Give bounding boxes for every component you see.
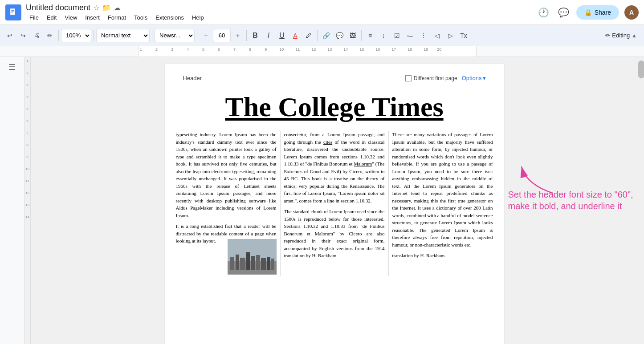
history-icon[interactable]: 🕐 bbox=[536, 5, 551, 20]
menu-insert[interactable]: Insert bbox=[82, 13, 103, 22]
divider-6 bbox=[317, 30, 318, 41]
app-icon bbox=[5, 4, 21, 20]
indent-increase-button[interactable]: ▷ bbox=[444, 28, 457, 43]
divider-4 bbox=[197, 30, 197, 41]
font-select[interactable]: Newsr... Arial Times New Roman bbox=[155, 29, 195, 42]
italic-button[interactable]: I bbox=[262, 28, 275, 43]
col1-p2: It is a long established fact that a rea… bbox=[176, 223, 277, 245]
svg-rect-8 bbox=[230, 257, 234, 270]
options-label: Options bbox=[462, 75, 482, 81]
checklist-button[interactable]: ☑ bbox=[391, 28, 403, 43]
header-zone: Header Different first page Options ▾ bbox=[165, 64, 504, 87]
menu-bar: File Edit View Insert Format Tools Exten… bbox=[26, 13, 536, 22]
svg-rect-16 bbox=[271, 259, 274, 270]
numberedlist-button[interactable]: ⋮ bbox=[417, 28, 430, 43]
menu-edit[interactable]: Edit bbox=[43, 13, 60, 22]
annotation: Set the header font size to "60", make i… bbox=[508, 189, 638, 212]
undo-button[interactable]: ↩ bbox=[4, 28, 16, 43]
svg-rect-15 bbox=[267, 257, 270, 270]
doc-title[interactable]: Untitled document bbox=[26, 3, 90, 12]
print-button[interactable]: 🖨 bbox=[30, 28, 43, 43]
col3-p2: translation by H. Rackham. bbox=[392, 252, 493, 259]
link-button[interactable]: 🔗 bbox=[320, 28, 332, 43]
page-number-ruler: 1234567891011121314 bbox=[24, 57, 31, 344]
divider-3 bbox=[152, 30, 152, 41]
top-right-actions: 🕐 💬 🔒 Share A bbox=[536, 5, 639, 20]
bold-button[interactable]: B bbox=[249, 28, 261, 43]
svg-rect-11 bbox=[246, 252, 250, 270]
annotation-text: Set the header font size to "60", make i… bbox=[508, 189, 638, 212]
image-button[interactable]: 🖼 bbox=[346, 28, 359, 43]
redo-button[interactable]: ↪ bbox=[17, 28, 29, 43]
avatar[interactable]: A bbox=[624, 5, 639, 20]
header-label: Header bbox=[183, 75, 202, 81]
share-label: Share bbox=[595, 9, 611, 16]
col1-p1: typesetting industry. Lorem Ipsum has be… bbox=[176, 131, 277, 219]
pencil-icon: ✏ bbox=[605, 32, 610, 39]
svg-rect-12 bbox=[251, 256, 255, 270]
font-color-button[interactable]: A bbox=[289, 28, 302, 43]
svg-rect-9 bbox=[236, 255, 239, 270]
different-first-checkbox[interactable] bbox=[405, 75, 412, 81]
left-panel: ☰ bbox=[0, 57, 24, 344]
align-button[interactable]: ≡ bbox=[364, 28, 376, 43]
star-icon[interactable]: ☆ bbox=[93, 4, 99, 12]
font-size-increase-button[interactable]: + bbox=[232, 28, 244, 43]
editing-label: Editing bbox=[612, 32, 630, 39]
divider-7 bbox=[361, 30, 362, 41]
divider-1 bbox=[58, 30, 59, 41]
menu-extensions[interactable]: Extensions bbox=[152, 13, 187, 22]
header-bar: Header Different first page Options ▾ bbox=[183, 73, 486, 83]
svg-rect-10 bbox=[240, 258, 245, 270]
right-scrollbar[interactable] bbox=[638, 57, 644, 344]
divider-2 bbox=[94, 30, 94, 41]
svg-rect-13 bbox=[256, 255, 260, 270]
document-area[interactable]: Header Different first page Options ▾ bbox=[31, 57, 638, 344]
different-first-page: Different first page bbox=[405, 75, 457, 81]
comment-button[interactable]: 💬 bbox=[333, 28, 346, 43]
doc-info: Untitled document ☆ 📁 ☁ File Edit View I… bbox=[26, 3, 536, 22]
clear-format-button[interactable]: Tx bbox=[457, 28, 470, 43]
style-select[interactable]: Normal text Heading 1 Title bbox=[96, 29, 150, 42]
underline-button[interactable]: U bbox=[276, 28, 288, 43]
top-bar: Untitled document ☆ 📁 ☁ File Edit View I… bbox=[0, 0, 644, 25]
font-size-decrease-button[interactable]: − bbox=[200, 28, 212, 43]
highlight-button[interactable]: 🖊 bbox=[302, 28, 315, 43]
col2-p1: consectetur, from a Lorem Ipsum passage,… bbox=[284, 131, 385, 204]
chevron-up-icon: ▲ bbox=[632, 32, 637, 39]
cloud-icon[interactable]: ☁ bbox=[114, 4, 121, 12]
document-title[interactable]: The College Times bbox=[165, 87, 504, 131]
share-button[interactable]: 🔒 Share bbox=[576, 5, 619, 20]
menu-file[interactable]: File bbox=[26, 13, 42, 22]
lock-icon: 🔒 bbox=[584, 9, 592, 16]
column-3[interactable]: There are many variations of passages of… bbox=[389, 131, 497, 276]
menu-view[interactable]: View bbox=[61, 13, 81, 22]
options-link[interactable]: Options ▾ bbox=[462, 75, 486, 81]
paintformat-button[interactable]: ✏ bbox=[44, 28, 56, 43]
options-arrow: ▾ bbox=[483, 75, 486, 81]
col3-p1: There are many variations of passages of… bbox=[392, 131, 493, 248]
menu-tools[interactable]: Tools bbox=[130, 13, 151, 22]
col2-p2: The standard chunk of Lorem Ipsum used s… bbox=[284, 208, 385, 259]
editing-mode-button[interactable]: ✏ Editing ▲ bbox=[602, 30, 640, 40]
bullets-button[interactable]: ≔ bbox=[404, 28, 416, 43]
column-2[interactable]: consectetur, from a Lorem Ipsum passage,… bbox=[281, 131, 389, 276]
ruler-numbers: 1 2 3 4 5 6 7 8 9 10 11 12 13 14 15 16 1… bbox=[138, 47, 477, 52]
columns: typesetting industry. Lorem Ipsum has be… bbox=[165, 131, 504, 276]
menu-help[interactable]: Help bbox=[188, 13, 208, 22]
font-size-input[interactable] bbox=[213, 29, 231, 42]
city-image bbox=[228, 239, 277, 275]
svg-rect-14 bbox=[261, 258, 266, 270]
annotation-arrow bbox=[517, 162, 571, 198]
zoom-select[interactable]: 100% 75% 125% bbox=[61, 29, 91, 42]
indent-decrease-button[interactable]: ◁ bbox=[431, 28, 443, 43]
column-1[interactable]: typesetting industry. Lorem Ipsum has be… bbox=[172, 131, 281, 276]
menu-format[interactable]: Format bbox=[104, 13, 130, 22]
folder-icon[interactable]: 📁 bbox=[102, 4, 111, 12]
toolbar: ↩ ↪ 🖨 ✏ 100% 75% 125% Normal text Headin… bbox=[0, 25, 644, 46]
page: Header Different first page Options ▾ bbox=[165, 64, 504, 344]
outline-toggle-icon[interactable]: ☰ bbox=[7, 61, 17, 74]
linespacing-button[interactable]: ↕ bbox=[377, 28, 390, 43]
main-area: ☰ 1234567891011121314 Header Different f… bbox=[0, 57, 644, 344]
chat-icon[interactable]: 💬 bbox=[556, 5, 571, 20]
